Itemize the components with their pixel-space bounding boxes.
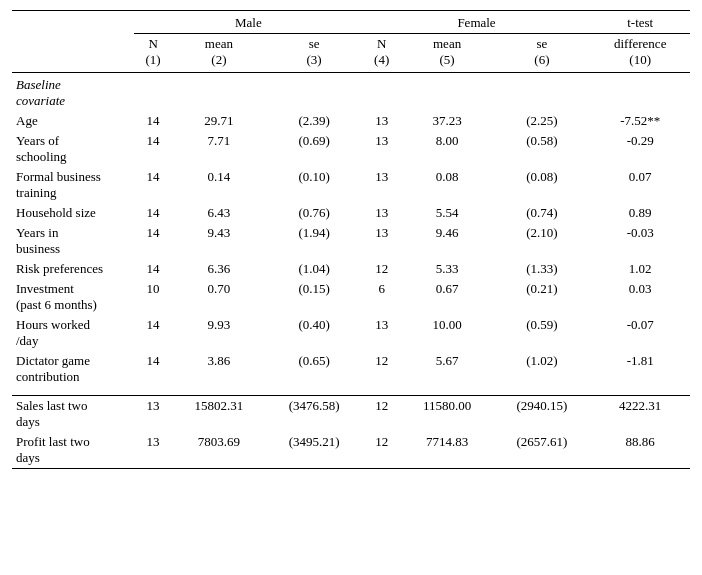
- cell-n2: 13: [363, 111, 401, 131]
- cell-se1: (3476.58): [266, 396, 363, 433]
- cell-n2: 6: [363, 279, 401, 315]
- cell-diff: -1.81: [590, 351, 690, 387]
- section-header-label: Baselinecovariate: [12, 73, 690, 112]
- cell-se2: (2657.61): [493, 432, 590, 469]
- cell-n1: 13: [134, 396, 172, 433]
- cell-n2: 13: [363, 315, 401, 351]
- cell-n1: 14: [134, 223, 172, 259]
- cell-se2: (1.02): [493, 351, 590, 387]
- cell-mean1: 9.93: [172, 315, 265, 351]
- cell-se2: (0.21): [493, 279, 590, 315]
- cell-mean2: 11580.00: [401, 396, 494, 433]
- table-row: Investment(past 6 months) 10 0.70 (0.15)…: [12, 279, 690, 315]
- cell-n1: 13: [134, 432, 172, 469]
- cell-mean1: 6.43: [172, 203, 265, 223]
- cell-diff: -0.03: [590, 223, 690, 259]
- cell-mean2: 0.67: [401, 279, 494, 315]
- table-row: Formal businesstraining 14 0.14 (0.10) 1…: [12, 167, 690, 203]
- cell-se1: (3495.21): [266, 432, 363, 469]
- cell-diff: -0.29: [590, 131, 690, 167]
- cell-diff: 4222.31: [590, 396, 690, 433]
- cell-n2: 13: [363, 223, 401, 259]
- cell-n2: 12: [363, 351, 401, 387]
- cell-se2: (2.25): [493, 111, 590, 131]
- cell-diff: 88.86: [590, 432, 690, 469]
- cell-mean2: 10.00: [401, 315, 494, 351]
- cell-mean2: 5.54: [401, 203, 494, 223]
- cell-se1: (0.76): [266, 203, 363, 223]
- cell-mean1: 3.86: [172, 351, 265, 387]
- cell-se2: (0.58): [493, 131, 590, 167]
- cell-se2: (2.10): [493, 223, 590, 259]
- cell-se1: (1.04): [266, 259, 363, 279]
- spacer-row: [12, 387, 690, 396]
- male-group-header: Male: [134, 11, 363, 34]
- cell-se2: (0.59): [493, 315, 590, 351]
- col-se2: se(6): [493, 34, 590, 73]
- ttest-group-header: t-test: [590, 11, 690, 34]
- col-mean1: mean(2): [172, 34, 265, 73]
- row-label: Household size: [12, 203, 134, 223]
- cell-se1: (1.94): [266, 223, 363, 259]
- table-row: Hours worked/day 14 9.93 (0.40) 13 10.00…: [12, 315, 690, 351]
- cell-mean1: 9.43: [172, 223, 265, 259]
- cell-diff: -0.07: [590, 315, 690, 351]
- cell-n1: 14: [134, 111, 172, 131]
- cell-se1: (0.10): [266, 167, 363, 203]
- row-label: Investment(past 6 months): [12, 279, 134, 315]
- cell-mean2: 5.33: [401, 259, 494, 279]
- empty-subheader: [12, 34, 134, 73]
- cell-n2: 12: [363, 432, 401, 469]
- cell-se2: (0.74): [493, 203, 590, 223]
- cell-n2: 13: [363, 131, 401, 167]
- cell-diff: 0.89: [590, 203, 690, 223]
- cell-mean1: 0.70: [172, 279, 265, 315]
- cell-se1: (0.65): [266, 351, 363, 387]
- cell-se2: (2940.15): [493, 396, 590, 433]
- cell-n1: 14: [134, 315, 172, 351]
- table-row: Household size 14 6.43 (0.76) 13 5.54 (0…: [12, 203, 690, 223]
- col-n2: N(4): [363, 34, 401, 73]
- cell-diff: -7.52**: [590, 111, 690, 131]
- cell-mean2: 9.46: [401, 223, 494, 259]
- cell-mean2: 0.08: [401, 167, 494, 203]
- cell-mean2: 37.23: [401, 111, 494, 131]
- empty-header: [12, 11, 134, 34]
- cell-diff: 0.03: [590, 279, 690, 315]
- table-row: Age 14 29.71 (2.39) 13 37.23 (2.25) -7.5…: [12, 111, 690, 131]
- cell-se1: (0.69): [266, 131, 363, 167]
- row-label: Hours worked/day: [12, 315, 134, 351]
- table-row: Years ofschooling 14 7.71 (0.69) 13 8.00…: [12, 131, 690, 167]
- cell-n1: 10: [134, 279, 172, 315]
- cell-se2: (1.33): [493, 259, 590, 279]
- cell-n2: 12: [363, 259, 401, 279]
- cell-se1: (0.40): [266, 315, 363, 351]
- cell-mean1: 0.14: [172, 167, 265, 203]
- row-label: Years inbusiness: [12, 223, 134, 259]
- cell-mean2: 7714.83: [401, 432, 494, 469]
- cell-n1: 14: [134, 203, 172, 223]
- column-group-row: Male Female t-test: [12, 11, 690, 34]
- table-row: Dictator gamecontribution 14 3.86 (0.65)…: [12, 351, 690, 387]
- footer-row: Profit last twodays 13 7803.69 (3495.21)…: [12, 432, 690, 469]
- row-label: Formal businesstraining: [12, 167, 134, 203]
- table-row: Risk preferences 14 6.36 (1.04) 12 5.33 …: [12, 259, 690, 279]
- cell-diff: 1.02: [590, 259, 690, 279]
- cell-n2: 12: [363, 396, 401, 433]
- column-sub-header-row: N(1) mean(2) se(3) N(4) mean(5) se(6) di…: [12, 34, 690, 73]
- cell-mean1: 7803.69: [172, 432, 265, 469]
- cell-se1: (0.15): [266, 279, 363, 315]
- table-row: Years inbusiness 14 9.43 (1.94) 13 9.46 …: [12, 223, 690, 259]
- row-label: Age: [12, 111, 134, 131]
- row-label: Dictator gamecontribution: [12, 351, 134, 387]
- cell-n1: 14: [134, 259, 172, 279]
- col-se1: se(3): [266, 34, 363, 73]
- row-label: Risk preferences: [12, 259, 134, 279]
- row-label: Years ofschooling: [12, 131, 134, 167]
- cell-mean1: 6.36: [172, 259, 265, 279]
- cell-n2: 13: [363, 167, 401, 203]
- section-header-row: Baselinecovariate: [12, 73, 690, 112]
- statistics-table: Male Female t-test N(1) mean(2) se(3) N(…: [12, 10, 690, 469]
- row-label: Sales last twodays: [12, 396, 134, 433]
- cell-n1: 14: [134, 167, 172, 203]
